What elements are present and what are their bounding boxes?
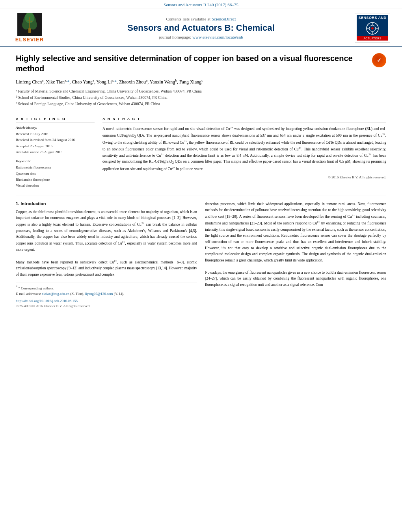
main-content: Highly selective and sensitive determina… <box>0 47 402 314</box>
citation-text: Sensors and Actuators B 240 (2017) 66–75 <box>164 2 238 7</box>
svg-rect-1 <box>28 28 31 33</box>
top-citation-bar: Sensors and Actuators B 240 (2017) 66–75 <box>0 0 402 9</box>
elsevier-logo: ELSEVIER <box>8 13 51 43</box>
available-date: Available online 26 August 2016 <box>16 149 95 155</box>
body-para-4: Nowadays, the emergence of fluorescent n… <box>205 270 386 288</box>
article-info-column: A R T I C L E I N F O Article history: R… <box>16 117 95 189</box>
email1-link[interactable]: xktian@cug.edu.cn <box>42 292 69 296</box>
body-col-left: 1. Introduction Copper, as the third mos… <box>16 201 197 308</box>
article-history-label: Article history: <box>16 126 95 130</box>
homepage-link[interactable]: www.elsevier.com/locate/snb <box>192 35 243 39</box>
keywords-section: Keywords: Ratiometric fluorescence Quant… <box>16 159 95 189</box>
crossmark-badge: ✓ <box>372 53 386 67</box>
accepted-date: Accepted 25 August 2016 <box>16 143 95 149</box>
elsevier-text: ELSEVIER <box>15 37 44 43</box>
footnote-area: * * Corresponding authors. E-mail addres… <box>16 282 197 308</box>
email-footnote: E-mail addresses: xktian@cug.edu.cn (X. … <box>16 291 197 297</box>
body-para-2: Many methods have been reported to sensi… <box>16 259 197 278</box>
article-info-title: A R T I C L E I N F O <box>16 117 95 122</box>
sensors-badge-image <box>357 20 388 36</box>
sensors-badge-top-text: SENSORS AND <box>357 15 388 20</box>
article-info-abstract-section: A R T I C L E I N F O Article history: R… <box>16 112 386 189</box>
copyright-line: © 2016 Elsevier B.V. All rights reserved… <box>102 175 386 179</box>
elsevier-tree-icon <box>17 13 42 36</box>
sciencedirect-link[interactable]: ScienceDirect <box>212 17 236 21</box>
doi-line: http://dx.doi.org/10.1016/j.snb.2016.08.… <box>16 299 197 303</box>
article-title: Highly selective and sensitive determina… <box>16 53 372 74</box>
keywords-label: Keywords: <box>16 159 95 163</box>
sensors-badge-container: SENSORS AND ACTUATORS <box>355 13 390 43</box>
body-two-col: 1. Introduction Copper, as the third mos… <box>16 199 386 308</box>
keyword-1: Ratiometric fluorescence <box>16 165 95 171</box>
homepage-line: journal homepage: www.elsevier.com/locat… <box>51 35 351 39</box>
corresponding-authors-note: * * Corresponding authors. <box>16 285 197 291</box>
body-para-3: detection processes, which limit their w… <box>205 201 386 264</box>
received-revised-date: Received in revised form 24 August 2016 <box>16 137 95 143</box>
keyword-4: Visual detection <box>16 183 95 189</box>
section1-heading: 1. Introduction <box>16 201 197 206</box>
journal-title: Sensors and Actuators B: Chemical <box>51 23 351 33</box>
affiliation-c: c School of Foreign Language, China Univ… <box>16 101 386 107</box>
body-para-1: Copper, as the third most plentiful tran… <box>16 209 197 253</box>
journal-title-area: Contents lists available at ScienceDirec… <box>51 17 351 39</box>
svg-point-12 <box>371 27 374 30</box>
section-divider <box>16 195 386 195</box>
article-history-content: Received 19 July 2016 Received in revise… <box>16 131 95 155</box>
body-col-right: detection processes, which limit their w… <box>205 201 386 308</box>
received-date: Received 19 July 2016 <box>16 131 95 137</box>
author-yong-link[interactable]: * <box>114 79 117 85</box>
abstract-text: A novel ratiometric fluorescence sensor … <box>102 126 386 172</box>
sensors-badge-bottom-text: ACTUATORS <box>357 36 388 41</box>
email2-link[interactable]: liyang07@126.com <box>85 292 113 296</box>
contents-available-line: Contents lists available at ScienceDirec… <box>51 17 351 21</box>
journal-header: ELSEVIER Contents lists available at Sci… <box>0 9 402 47</box>
authors-line: Linfeng Chena, Xike Tiana,*, Chao Yanga,… <box>16 78 386 86</box>
article-title-area: Highly selective and sensitive determina… <box>16 53 386 74</box>
affiliations-area: a Faculty of Material Science and Chemic… <box>16 88 386 107</box>
affiliation-b: b School of Environmental Studies, China… <box>16 95 386 101</box>
doi-link[interactable]: http://dx.doi.org/10.1016/j.snb.2016.08.… <box>16 299 78 303</box>
keyword-3: Rhodamine fluorophore <box>16 177 95 183</box>
abstract-column: A B S T R A C T A novel ratiometric fluo… <box>102 117 386 189</box>
author-xike-link[interactable]: * <box>67 79 69 85</box>
keyword-2: Quantum dots <box>16 171 95 177</box>
issn-line: 0925-4005/© 2016 Elsevier B.V. All right… <box>16 304 197 308</box>
sensors-actuators-badge: SENSORS AND ACTUATORS <box>351 13 394 43</box>
abstract-title: A B S T R A C T <box>102 117 386 122</box>
affiliation-a: a Faculty of Material Science and Chemic… <box>16 88 386 95</box>
